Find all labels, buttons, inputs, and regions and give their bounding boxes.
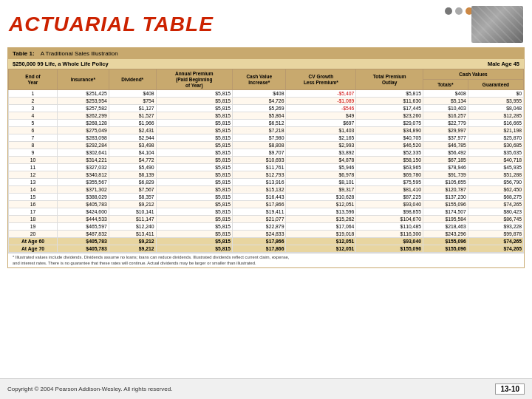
- table-cell: $155,096: [423, 238, 468, 245]
- table-cell: 9: [9, 149, 58, 157]
- table-cell: $2,944: [109, 134, 156, 142]
- table-cell: $5,815: [156, 112, 232, 120]
- table-cell: $243,296: [423, 231, 468, 238]
- table-cell: $5,815: [156, 231, 232, 238]
- table-cell: $19,411: [233, 208, 286, 216]
- table-cell: $8,101: [286, 179, 356, 186]
- table-cell: $5,815: [156, 127, 232, 134]
- table-cell: $104,670: [356, 216, 423, 223]
- page-title: ACTUARIAL TABLE: [9, 13, 214, 36]
- table-cell: $405,783: [57, 245, 109, 253]
- table-cell: $7,567: [109, 186, 156, 194]
- col-guaranteed: Guaranteed: [468, 80, 523, 90]
- page-number: 13-10: [495, 383, 525, 395]
- table-cell: $16,665: [468, 120, 523, 127]
- table-cell: $22,779: [423, 120, 468, 127]
- table-cell: $21,077: [233, 216, 286, 223]
- table-cell: $174,507: [423, 208, 468, 216]
- table-title-text: A Traditional Sales Illustration: [41, 50, 118, 57]
- footnotes: * Illustrated values include dividends. …: [8, 253, 524, 267]
- table-cell: 6: [9, 127, 58, 134]
- dot-1: [445, 7, 452, 15]
- table-cell: $262,299: [57, 112, 109, 120]
- table-cell: 1: [9, 90, 58, 98]
- table-cell: $10,693: [233, 157, 286, 164]
- table-cell: $17,866: [233, 201, 286, 208]
- table-cell: 13: [9, 179, 58, 186]
- table-cell: $12,051: [286, 238, 356, 245]
- table-cell: 11: [9, 164, 58, 171]
- table-header-row: Table 1: A Traditional Sales Illustratio…: [8, 48, 524, 59]
- table-cell: $93,040: [356, 201, 423, 208]
- table-cell: $56,492: [423, 149, 468, 157]
- table-cell: $5,815: [156, 216, 232, 223]
- table-cell: $11,147: [109, 216, 156, 223]
- table-cell: $10,141: [109, 208, 156, 216]
- table-cell: 3: [9, 105, 58, 112]
- table-cell: $81,410: [356, 186, 423, 194]
- table-cell: $0: [468, 90, 523, 98]
- table-cell: $5,815: [156, 208, 232, 216]
- table-cell: $5,815: [156, 171, 232, 179]
- table-cell: $275,049: [57, 127, 109, 134]
- table-cell: $5,815: [156, 134, 232, 142]
- table-cell: $371,302: [57, 186, 109, 194]
- table-cell: $4,104: [109, 149, 156, 157]
- table-cell: $5,490: [109, 164, 156, 171]
- table-cell: $12,051: [286, 245, 356, 253]
- table-cell: $4,772: [109, 157, 156, 164]
- table-cell: $74,265: [468, 245, 523, 253]
- actuarial-table-container: Table 1: A Traditional Sales Illustratio…: [7, 47, 525, 268]
- table-cell: $5,815: [156, 149, 232, 157]
- footnote-line1: * Illustrated values include dividends. …: [13, 255, 519, 261]
- table-cell: $19,018: [286, 231, 356, 238]
- table-cell: $69,780: [356, 171, 423, 179]
- table-cell: $5,815: [156, 142, 232, 149]
- table-cell: $5,946: [286, 164, 356, 171]
- table-cell: $10,628: [286, 194, 356, 201]
- table-cell: $80,423: [468, 208, 523, 216]
- table-cell: 15: [9, 194, 58, 201]
- table-cell: $9,707: [233, 149, 286, 157]
- table-cell: $3,498: [109, 142, 156, 149]
- table-cell: $697: [286, 120, 356, 127]
- table-cell: $405,783: [57, 201, 109, 208]
- col-total-premium: Total PremiumOutlay: [356, 69, 423, 90]
- table-cell: $9,212: [109, 238, 156, 245]
- table-cell: $98,855: [356, 208, 423, 216]
- table-cell: $87,225: [356, 194, 423, 201]
- table-cell: -$5,407: [286, 90, 356, 98]
- table-cell: $13,916: [233, 179, 286, 186]
- table-cell: $408: [233, 90, 286, 98]
- table-cell: $40,705: [356, 134, 423, 142]
- table-cell: $5,815: [356, 90, 423, 98]
- table-cell: $283,098: [57, 134, 109, 142]
- table-cell: $13,596: [286, 208, 356, 216]
- table-cell: $444,533: [57, 216, 109, 223]
- table-cell: $105,655: [423, 179, 468, 186]
- table-cell: $12,240: [109, 223, 156, 231]
- table-cell: $3,892: [286, 149, 356, 157]
- table-cell: $292,284: [57, 142, 109, 149]
- table-cell: $23,260: [356, 112, 423, 120]
- table-cell: $257,582: [57, 105, 109, 112]
- table-cell: $5,815: [156, 105, 232, 112]
- table-cell: $17,064: [286, 223, 356, 231]
- table-cell: $16,257: [423, 112, 468, 120]
- table-cell: $40,718: [468, 157, 523, 164]
- table-cell: $1,527: [109, 112, 156, 120]
- table-label: Table 1:: [13, 50, 35, 57]
- table-cell: $17,445: [356, 105, 423, 112]
- table-cell: $155,096: [423, 245, 468, 253]
- table-cell: $405,783: [57, 238, 109, 245]
- table-cell: $408: [109, 90, 156, 98]
- table-cell: $195,584: [423, 216, 468, 223]
- table-cell: $6,139: [109, 171, 156, 179]
- table-cell: $52,335: [356, 149, 423, 157]
- table-cell: $58,150: [356, 157, 423, 164]
- table-cell: $17,866: [233, 238, 286, 245]
- table-cell: $11,630: [356, 98, 423, 105]
- table-cell: $314,221: [57, 157, 109, 164]
- col-cash-value: Cash ValueIncrease*: [233, 69, 286, 90]
- table-cell: $4,726: [233, 98, 286, 105]
